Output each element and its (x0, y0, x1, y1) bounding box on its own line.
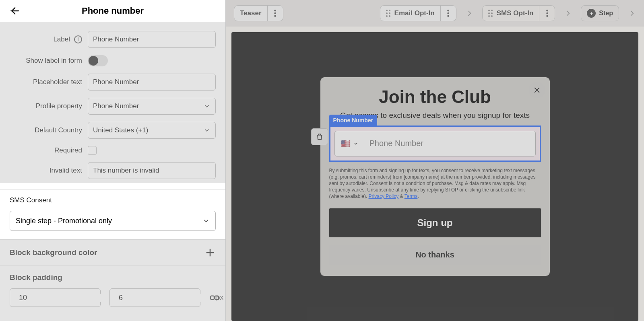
step-chip-email: Email Opt-In (380, 5, 456, 21)
popup-title: Join the Club (329, 87, 541, 107)
profile-label: Profile property (10, 102, 82, 110)
svg-point-6 (274, 15, 276, 17)
phone-number-block[interactable]: Phone Number 🇺🇸 (329, 126, 541, 162)
delete-block-button[interactable] (311, 128, 328, 145)
default-country-select[interactable]: United States (+1) (88, 122, 216, 139)
svg-point-4 (274, 10, 276, 12)
padding-side-value[interactable] (119, 294, 212, 302)
steps-bar: Teaser Email Opt-In SMS Opt-In (226, 0, 644, 27)
chevron-down-icon (203, 103, 211, 110)
plus-icon[interactable] (204, 247, 216, 258)
sms-consent-section: SMS Consent Single step - Promotional on… (0, 189, 225, 239)
chevron-down-icon (202, 217, 210, 224)
phone-number-input[interactable] (365, 131, 535, 156)
privacy-policy-link[interactable]: Privacy Policy (369, 193, 399, 199)
chevron-right-icon (564, 9, 572, 17)
form-canvas: Join the Club Get access to exclusive de… (231, 32, 638, 321)
add-step-button[interactable]: + Step (581, 5, 619, 21)
profile-property-select[interactable]: Phone Number (88, 98, 216, 115)
svg-point-9 (447, 15, 449, 17)
svg-rect-2 (211, 296, 214, 300)
required-checkbox[interactable] (88, 146, 97, 155)
step-chip-sms: SMS Opt-In (482, 5, 555, 21)
drag-handle-icon[interactable] (488, 10, 493, 17)
sms-consent-value: Single step - Promotional only (16, 217, 112, 225)
default-country-label: Default Country (10, 126, 82, 134)
invalid-text-label: Invalid text (10, 167, 82, 175)
chevron-down-icon (203, 127, 211, 134)
sign-up-button[interactable]: Sign up (329, 208, 541, 237)
required-label: Required (10, 146, 82, 154)
placeholder-input[interactable] (88, 74, 216, 91)
show-label-toggle[interactable] (88, 55, 108, 66)
chevron-down-icon (353, 141, 359, 146)
step-email-optin[interactable]: Email Opt-In (380, 6, 441, 21)
svg-point-7 (447, 10, 449, 12)
step-teaser[interactable]: Teaser (234, 6, 268, 21)
sms-more-button[interactable] (539, 6, 555, 21)
invalid-text-input[interactable] (88, 162, 216, 179)
info-icon[interactable]: i (74, 35, 82, 43)
label-input[interactable] (88, 31, 216, 48)
sms-consent-select[interactable]: Single step - Promotional only (10, 211, 216, 231)
plus-circle-icon: + (587, 9, 596, 18)
settings-panel: Phone number Label i Show label in form … (0, 0, 226, 321)
step-sms-optin[interactable]: SMS Opt-In (483, 6, 540, 21)
block-padding-label: Block padding (10, 273, 216, 282)
close-button[interactable] (529, 82, 545, 98)
show-label-label: Show label in form (10, 57, 82, 65)
label-field-label: Label (53, 35, 70, 43)
svg-rect-3 (215, 296, 219, 300)
trash-icon (316, 133, 324, 141)
svg-point-12 (546, 15, 548, 17)
email-more-button[interactable] (441, 6, 456, 21)
padding-side-input[interactable]: px (109, 288, 200, 307)
padding-top-input[interactable]: px (10, 288, 101, 307)
country-value: United States (+1) (93, 126, 149, 134)
block-bg-color-label: Block background color (10, 248, 97, 257)
preview-area: Teaser Email Opt-In SMS Opt-In (226, 0, 644, 321)
profile-value: Phone Number (93, 102, 139, 110)
drag-handle-icon[interactable] (386, 10, 390, 17)
padding-link-toggle[interactable] (209, 291, 220, 305)
popup-card: Join the Club Get access to exclusive de… (320, 77, 550, 276)
svg-point-8 (447, 12, 449, 14)
teaser-more-button[interactable] (268, 6, 283, 21)
placeholder-label: Placeholder text (10, 78, 82, 86)
consent-disclaimer: By submitting this form and signing up f… (329, 167, 541, 200)
phone-block-tag: Phone Number (329, 115, 378, 126)
us-flag-icon: 🇺🇸 (341, 139, 351, 148)
no-thanks-button[interactable]: No thanks (329, 245, 541, 265)
chevron-right-icon (465, 9, 473, 17)
phone-input[interactable]: 🇺🇸 (334, 131, 536, 156)
panel-title: Phone number (7, 6, 218, 16)
padding-top-value[interactable] (19, 294, 112, 302)
country-flag-selector[interactable]: 🇺🇸 (335, 131, 365, 156)
chevron-right-icon (628, 9, 636, 17)
step-chip-teaser: Teaser (234, 5, 283, 21)
svg-point-11 (546, 12, 548, 14)
svg-point-5 (274, 12, 276, 14)
svg-point-10 (546, 10, 548, 12)
unlink-icon (209, 292, 220, 303)
terms-link[interactable]: Terms (405, 193, 418, 199)
add-step-label: Step (599, 10, 613, 17)
sms-consent-title: SMS Consent (10, 196, 216, 204)
